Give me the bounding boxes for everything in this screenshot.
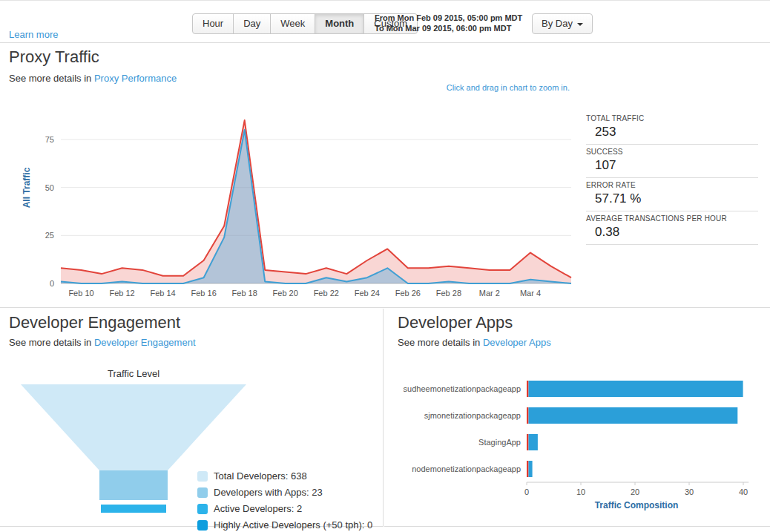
subtitle-text: See more details in <box>398 337 483 348</box>
svg-text:25: 25 <box>45 231 54 240</box>
funnel-legend: Total Developers: 638 Developers with Ap… <box>197 470 372 532</box>
svg-text:30: 30 <box>685 487 694 496</box>
developer-apps-title: Developer Apps <box>398 313 513 332</box>
developer-engagement-link[interactable]: Developer Engagement <box>94 337 196 348</box>
developer-apps-link[interactable]: Developer Apps <box>483 337 551 348</box>
stat-label: TOTAL TRAFFIC <box>586 114 758 122</box>
zoom-hint: Click and drag in chart to zoom in. <box>447 83 570 92</box>
svg-text:Feb 24: Feb 24 <box>355 289 380 298</box>
legend-label: Active Developers: 2 <box>214 503 302 514</box>
date-to-label: To Mon Mar 09 2015, 06:00 pm MDT <box>375 23 522 33</box>
svg-text:40: 40 <box>739 487 748 496</box>
svg-text:Feb 26: Feb 26 <box>395 289 421 298</box>
svg-text:Feb 22: Feb 22 <box>314 289 339 298</box>
stat-total-traffic: TOTAL TRAFFIC 253 <box>586 111 758 145</box>
legend-label: Developers with Apps: 23 <box>214 487 323 498</box>
svg-text:sudheemonetizationpackageapp: sudheemonetizationpackageapp <box>404 384 521 393</box>
range-button-week[interactable]: Week <box>270 13 315 34</box>
range-button-hour[interactable]: Hour <box>192 13 234 34</box>
svg-text:0: 0 <box>524 487 529 496</box>
svg-text:0: 0 <box>50 279 54 288</box>
legend-label: Total Developers: 638 <box>214 470 307 482</box>
caret-down-icon <box>577 23 583 26</box>
svg-text:Feb 20: Feb 20 <box>273 289 298 298</box>
legend-item-active-developers: Active Developers: 2 <box>197 503 372 514</box>
svg-text:Feb 16: Feb 16 <box>191 289 217 298</box>
svg-text:StagingApp: StagingApp <box>478 438 521 447</box>
toolbar: Learn more Hour Day Week Month Custom Fr… <box>0 0 770 43</box>
svg-text:Mar 2: Mar 2 <box>479 289 500 298</box>
stat-label: ERROR RATE <box>586 181 758 189</box>
proxy-traffic-subtitle: See more details in Proxy Performance <box>9 73 177 84</box>
stat-value: 107 <box>586 158 758 173</box>
range-button-month[interactable]: Month <box>315 13 364 34</box>
legend-item-highly-active-developers: Highly Active Developers (+50 tph): 0 <box>197 519 372 531</box>
legend-swatch <box>197 520 208 531</box>
proxy-chart-y-axis-label: All Traffic <box>22 168 32 208</box>
svg-text:Mar 4: Mar 4 <box>520 289 541 298</box>
date-from-label: From Mon Feb 09 2015, 05:00 pm MDT <box>375 13 522 23</box>
stat-value: 253 <box>586 125 758 139</box>
funnel-chart-title: Traffic Level <box>15 368 252 379</box>
stat-error-rate: ERROR RATE 57.71 % <box>586 178 758 211</box>
legend-label: Highly Active Developers (+50 tph): 0 <box>214 519 372 531</box>
legend-item-total-developers: Total Developers: 638 <box>197 470 372 482</box>
date-range: From Mon Feb 09 2015, 05:00 pm MDT To Mo… <box>375 13 522 33</box>
svg-text:50: 50 <box>45 183 54 192</box>
developer-apps-subtitle: See more details in Developer Apps <box>398 337 551 348</box>
analytics-dashboard: Learn more Hour Day Week Month Custom Fr… <box>0 0 770 532</box>
proxy-performance-link[interactable]: Proxy Performance <box>94 73 177 84</box>
svg-text:Feb 28: Feb 28 <box>436 289 461 298</box>
developer-apps-bar-chart: sudheemonetizationpackageappsjmonetizati… <box>384 371 759 499</box>
granularity-label: By Day <box>542 18 573 29</box>
svg-text:nodemonetizationpackageapp: nodemonetizationpackageapp <box>412 464 521 473</box>
stat-value: 0.38 <box>586 225 758 240</box>
proxy-stats-panel: TOTAL TRAFFIC 253 SUCCESS 107 ERROR RATE… <box>586 111 758 245</box>
svg-text:10: 10 <box>576 487 585 496</box>
stat-avg-tph: AVERAGE TRANSACTIONS PER HOUR 0.38 <box>586 211 758 245</box>
svg-text:sjmonetizationpackageapp: sjmonetizationpackageapp <box>424 411 521 420</box>
apps-chart-x-axis-label: Traffic Composition <box>527 500 746 510</box>
svg-text:20: 20 <box>631 487 639 496</box>
proxy-traffic-title: Proxy Traffic <box>9 47 99 67</box>
legend-item-developers-with-apps: Developers with Apps: 23 <box>197 487 372 498</box>
legend-swatch <box>197 471 208 482</box>
proxy-traffic-section: Proxy Traffic See more details in Proxy … <box>0 43 770 308</box>
svg-text:Feb 10: Feb 10 <box>68 289 93 298</box>
learn-more-link[interactable]: Learn more <box>9 29 58 40</box>
range-button-day[interactable]: Day <box>233 13 271 34</box>
developer-engagement-title: Developer Engagement <box>9 313 180 332</box>
stat-success: SUCCESS 107 <box>586 145 758 178</box>
granularity-dropdown[interactable]: By Day <box>532 13 593 34</box>
svg-text:Feb 12: Feb 12 <box>109 289 134 298</box>
subtitle-text: See more details in <box>9 73 94 84</box>
svg-text:75: 75 <box>45 135 54 144</box>
developer-engagement-section: Developer Engagement See more details in… <box>0 309 384 527</box>
legend-swatch <box>197 487 208 498</box>
proxy-traffic-chart[interactable]: 0255075Feb 10Feb 12Feb 14Feb 16Feb 18Feb… <box>36 96 577 303</box>
svg-text:Feb 14: Feb 14 <box>150 289 175 298</box>
developer-apps-section: Developer Apps See more details in Devel… <box>384 309 770 527</box>
developer-engagement-subtitle: See more details in Developer Engagement <box>9 337 196 348</box>
legend-swatch <box>197 504 208 514</box>
subtitle-text: See more details in <box>9 337 94 348</box>
stat-label: SUCCESS <box>586 148 758 156</box>
stat-value: 57.71 % <box>586 191 758 206</box>
svg-text:Feb 18: Feb 18 <box>232 289 257 298</box>
stat-label: AVERAGE TRANSACTIONS PER HOUR <box>586 214 758 223</box>
